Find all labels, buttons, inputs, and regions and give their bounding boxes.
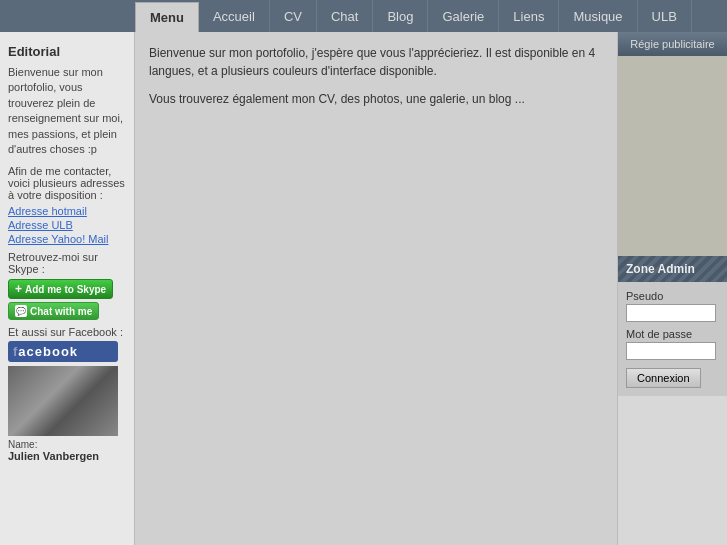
main-content: Bienvenue sur mon portofolio, j'espère q… xyxy=(135,32,617,545)
nav-menu[interactable]: Menu xyxy=(135,2,199,32)
password-input[interactable] xyxy=(626,342,716,360)
editorial-text: Bienvenue sur mon portofolio, vous trouv… xyxy=(8,65,126,157)
nav-liens[interactable]: Liens xyxy=(499,0,559,32)
main-layout: Editorial Bienvenue sur mon portofolio, … xyxy=(0,32,727,545)
zone-admin-header: Zone Admin xyxy=(618,256,727,282)
facebook-label: Et aussi sur Facebook : xyxy=(8,326,126,338)
photo-placeholder xyxy=(8,366,118,436)
editorial-title: Editorial xyxy=(8,44,126,59)
nav-galerie[interactable]: Galerie xyxy=(428,0,499,32)
nav-ulb[interactable]: ULB xyxy=(638,0,692,32)
link-hotmail[interactable]: Adresse hotmail xyxy=(8,205,126,217)
contact-intro: Afin de me contacter, voici plusieurs ad… xyxy=(8,165,126,201)
password-label: Mot de passe xyxy=(626,328,719,340)
welcome-paragraph: Bienvenue sur mon portofolio, j'espère q… xyxy=(149,44,603,80)
pseudo-label: Pseudo xyxy=(626,290,719,302)
add-skype-button[interactable]: + Add me to Skype xyxy=(8,279,113,299)
zone-admin-body: Pseudo Mot de passe Connexion xyxy=(618,282,727,396)
zone-admin: Zone Admin Pseudo Mot de passe Connexion xyxy=(618,256,727,396)
pseudo-input[interactable] xyxy=(626,304,716,322)
chat-skype-label: Chat with me xyxy=(30,306,92,317)
facebook-logo-text: facebook xyxy=(13,344,78,359)
link-ulb[interactable]: Adresse ULB xyxy=(8,219,126,231)
nav-blog[interactable]: Blog xyxy=(373,0,428,32)
chat-skype-button[interactable]: 💬 Chat with me xyxy=(8,302,99,320)
right-panel: Régie publicitaire Zone Admin Pseudo Mot… xyxy=(617,32,727,545)
nav-chat[interactable]: Chat xyxy=(317,0,373,32)
fb-user-name: Julien Vanbergen xyxy=(8,450,126,462)
regie-header: Régie publicitaire xyxy=(618,32,727,56)
navigation-bar: Menu Accueil CV Chat Blog Galerie Liens … xyxy=(0,0,727,32)
skype-label: Retrouvez-moi sur Skype : xyxy=(8,251,126,275)
fb-name-label: Name: xyxy=(8,439,126,450)
add-skype-label: Add me to Skype xyxy=(25,284,106,295)
chat-icon: 💬 xyxy=(15,305,27,317)
regie-area xyxy=(618,56,727,256)
facebook-badge[interactable]: facebook xyxy=(8,341,118,362)
connexion-button[interactable]: Connexion xyxy=(626,368,701,388)
sidebar: Editorial Bienvenue sur mon portofolio, … xyxy=(0,32,135,545)
nav-musique[interactable]: Musique xyxy=(559,0,637,32)
nav-cv[interactable]: CV xyxy=(270,0,317,32)
facebook-photo xyxy=(8,366,118,436)
second-paragraph: Vous trouverez également mon CV, des pho… xyxy=(149,90,603,108)
nav-accueil[interactable]: Accueil xyxy=(199,0,270,32)
plus-icon: + xyxy=(15,282,22,296)
link-yahoo[interactable]: Adresse Yahoo! Mail xyxy=(8,233,126,245)
